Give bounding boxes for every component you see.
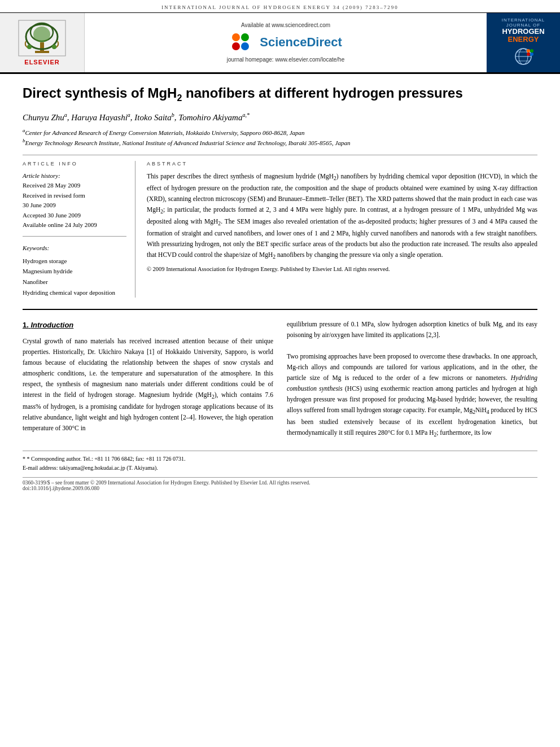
abstract-paragraph: This paper describes the direct synthesi… [147,171,537,261]
elsevier-logo-section: ELSEVIER [0,13,85,72]
svg-point-10 [232,42,240,50]
banner-row: ELSEVIER Available at www.sciencedirect.… [0,13,560,74]
star-symbol: * [23,456,25,462]
history-label: Article history: [23,171,126,181]
body-section: 1. Introduction Crystal growth of nano m… [23,309,537,439]
body-col-right: equilibrium pressure of 0.1 MPa, slow hy… [287,319,537,439]
copyright-issn: 0360-3199/$ – see front matter © 2009 In… [23,480,537,486]
divider [23,155,537,155]
sciencedirect-logo: ScienceDirect [229,32,342,53]
sciencedirect-text: ScienceDirect [260,35,342,50]
elsevier-tree-icon [18,20,66,56]
keywords-section: Keywords: Hydrogen storage Magnesium hyd… [23,243,126,298]
page-footer: 0360-3199/$ – see front matter © 2009 In… [23,477,537,491]
sciencedirect-icon [229,32,257,53]
elsevier-logo: ELSEVIER [18,20,66,65]
affiliations: aCenter for Advanced Research of Energy … [23,127,537,147]
doi: doi:10.1016/j.ijhydene.2009.06.080 [23,486,537,491]
accepted-date: Accepted 30 June 2009 [23,211,126,221]
svg-point-20 [530,53,533,56]
body-two-columns: 1. Introduction Crystal growth of nano m… [23,319,537,439]
svg-point-9 [241,33,249,41]
available-online: Available online 24 July 2009 [23,220,126,230]
intro-col-left-text: Crystal growth of nano materials has rec… [23,336,273,434]
svg-point-6 [52,45,56,49]
journal-homepage-url: journal homepage: www.elsevier.com/locat… [227,56,344,63]
svg-rect-1 [40,42,44,53]
info-divider [23,236,126,237]
journal-header: INTERNATIONAL JOURNAL OF HYDROGEN ENERGY… [0,0,560,13]
keyword-2: Magnesium hydride [23,266,126,277]
he-globe-icon [509,46,537,66]
svg-point-11 [241,42,249,50]
received-2-date: 30 June 2009 [23,200,126,211]
received-2-label: Received in revised form [23,191,126,201]
received-1: Received 28 May 2009 [23,181,126,191]
corresponding-author-note: * * Corresponding author. Tel.: +81 11 7… [23,455,537,464]
hydrogen-energy-logo-section: INTERNATIONAL JOURNAL OF HYDROGEN ENERGY [487,13,560,72]
body-col-left: 1. Introduction Crystal growth of nano m… [23,319,273,439]
keyword-3: Nanofiber [23,277,126,287]
article-title: Direct synthesis of MgH2 nanofibers at d… [23,84,537,104]
sciencedirect-banner: Available at www.sciencedirect.com Scien… [85,13,487,72]
info-abstract-section: ARTICLE INFO Article history: Received 2… [23,161,537,298]
abstract-text: This paper describes the direct synthesi… [147,171,537,274]
abstract-column: ABSTRACT This paper describes the direct… [147,161,537,298]
svg-point-19 [527,53,530,56]
article-info-label: ARTICLE INFO [23,161,126,167]
keyword-1: Hydrogen storage [23,256,126,267]
authors: Chunyu Zhua, Haruya Hayashia, Itoko Sait… [23,112,537,123]
article-history: Article history: Received 28 May 2009 Re… [23,171,126,231]
article-info-column: ARTICLE INFO Article history: Received 2… [23,161,135,298]
corresponding-author-text: * Corresponding author. Tel.: +81 11 706… [27,456,186,462]
keyword-4: Hydriding chemical vapor deposition [23,287,126,298]
email-note: E-mail address: takiyama@eng.hokudai.ac.… [23,464,537,473]
svg-point-17 [527,49,530,53]
he-logo-main-text: HYDROGEN ENERGY [491,28,555,44]
intro-heading: 1. Introduction [23,319,273,331]
sciencedirect-url: Available at www.sciencedirect.com [241,22,330,28]
abstract-label: ABSTRACT [147,161,537,167]
svg-point-8 [232,33,240,41]
hydrogen-energy-logo: INTERNATIONAL JOURNAL OF HYDROGEN ENERGY [491,18,555,68]
abstract-copyright: © 2009 International Association for Hyd… [147,265,537,274]
svg-point-5 [27,45,32,49]
intro-col-right-text: equilibrium pressure of 0.1 MPa, slow hy… [287,319,537,439]
elsevier-label: ELSEVIER [24,59,59,65]
svg-point-4 [33,27,50,42]
section-number: 1. [23,321,29,329]
keywords-label: Keywords: [23,243,126,254]
section-title: Introduction [30,321,73,329]
he-logo-top-text: INTERNATIONAL JOURNAL OF [491,18,555,28]
journal-header-text: INTERNATIONAL JOURNAL OF HYDROGEN ENERGY… [161,5,399,10]
main-content: Direct synthesis of MgH2 nanofibers at d… [0,74,560,503]
svg-point-18 [530,49,533,53]
footer-notes: * * Corresponding author. Tel.: +81 11 7… [23,451,537,473]
